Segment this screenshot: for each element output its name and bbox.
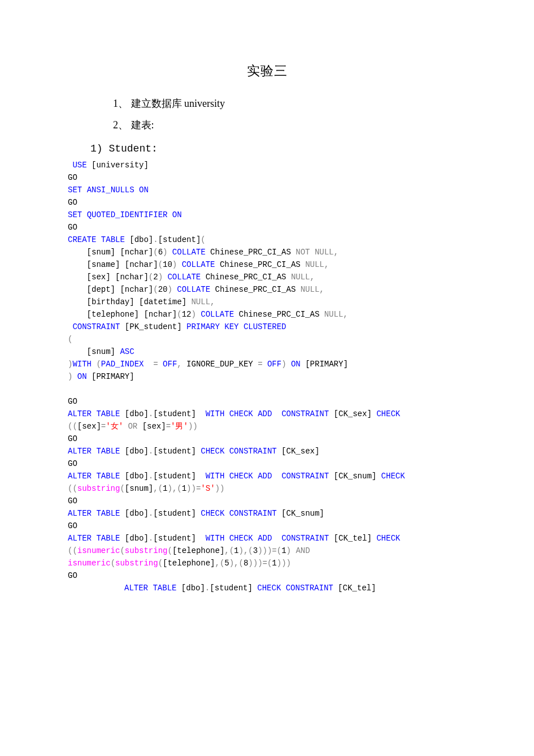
sub-heading: 1) Student: bbox=[90, 143, 466, 154]
list-item: 1、 建立数据库 university bbox=[113, 97, 466, 110]
list-item: 2、 建表: bbox=[113, 118, 466, 132]
code-block: USE [university] GO SET ANSI_NULLS ON GO… bbox=[68, 159, 466, 582]
page-title: 实验三 bbox=[68, 62, 466, 80]
code-last-line: ALTER TABLE [dbo].[student] CHECK CONSTR… bbox=[68, 582, 466, 594]
document-page: 实验三 1、 建立数据库 university 2、 建表: 1) Studen… bbox=[0, 0, 534, 640]
